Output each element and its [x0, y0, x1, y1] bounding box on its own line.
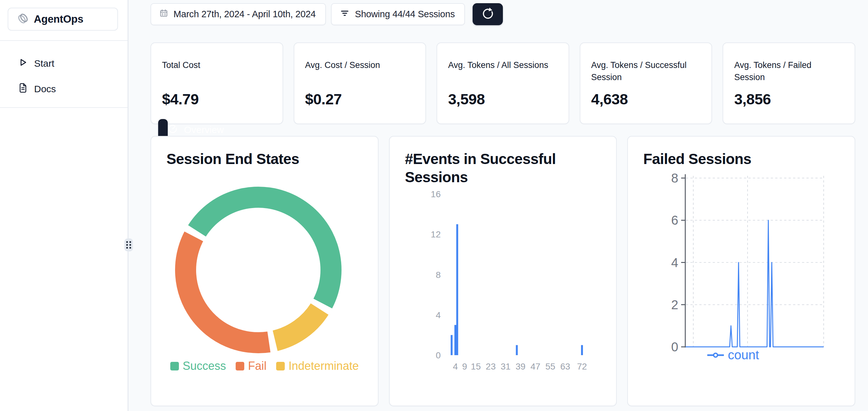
events-in-successful-sessions-card: #Events in Successful Sessions 048121649…: [389, 136, 617, 406]
sidebar-nav-top: Start Docs: [0, 41, 128, 96]
bar-xtick: 63: [560, 361, 570, 372]
stats-row: Total Cost $4.79 Avg. Cost / Session $0.…: [151, 42, 855, 124]
legend-item-indeterminate: Indeterminate: [276, 359, 359, 373]
app-title: AgentOps: [34, 13, 83, 25]
stat-label: Avg. Cost / Session: [305, 59, 408, 85]
stat-value: $0.27: [305, 90, 416, 108]
sidebar-divider: [0, 107, 128, 108]
legend-swatch: [170, 362, 179, 371]
stat-value: 4,638: [591, 90, 702, 108]
count-legend-label: count: [728, 348, 759, 362]
docs-icon: [18, 83, 28, 95]
sidebar-item-label: Start: [34, 58, 54, 69]
stat-card-avg-tokens-failed: Avg. Tokens / Failed Session 3,856: [722, 42, 855, 124]
refresh-icon: [481, 7, 495, 21]
bar-ytick: 8: [436, 270, 441, 280]
stat-value: 3,598: [448, 90, 559, 108]
line-ytick: 2: [671, 298, 678, 312]
legend-label: Fail: [248, 359, 267, 373]
session-filter-label: Showing 44/44 Sessions: [355, 9, 455, 20]
events-bar-chart: 0481216491523313947556372: [390, 137, 617, 406]
sidebar-item-start[interactable]: Start: [0, 56, 128, 71]
stat-card-avg-cost-session: Avg. Cost / Session $0.27: [294, 42, 426, 124]
legend-label: Success: [183, 359, 226, 373]
bar-xtick: 15: [471, 361, 480, 372]
gauge-icon: [168, 124, 178, 136]
bar-xtick: 39: [515, 361, 525, 372]
sidebar-item-label: Docs: [34, 84, 56, 94]
donut-slice-success: [188, 187, 342, 309]
calendar-icon: [159, 9, 168, 20]
play-icon: [18, 57, 28, 69]
sidebar-item-label: Overview: [184, 124, 224, 135]
legend-label: Indeterminate: [288, 359, 359, 373]
line-ytick: 0: [671, 340, 678, 354]
bar-xtick: 9: [462, 361, 467, 372]
date-range-picker[interactable]: March 27th, 2024 - April 10th, 2024: [151, 3, 326, 25]
bar: [455, 325, 456, 355]
stat-label: Avg. Tokens / Successful Session: [591, 59, 694, 85]
sidebar: AgentOps Start Docs: [0, 0, 128, 411]
bar-xtick: 4: [453, 361, 458, 372]
session-filter[interactable]: Showing 44/44 Sessions: [331, 3, 465, 25]
refresh-button[interactable]: [473, 3, 503, 25]
date-range-label: March 27th, 2024 - April 10th, 2024: [174, 9, 316, 20]
grip-dots-icon: [125, 241, 132, 249]
bar-xtick: 47: [530, 361, 540, 372]
stat-card-avg-tokens-successful: Avg. Tokens / Successful Session 4,638: [580, 42, 712, 124]
stat-value: 3,856: [734, 90, 845, 108]
line-ytick: 4: [671, 256, 678, 270]
bar: [516, 345, 518, 355]
legend-item-success: Success: [170, 359, 226, 373]
agentops-logo-icon: [17, 12, 29, 26]
stat-value: $4.79: [162, 90, 273, 108]
legend-swatch: [236, 362, 244, 371]
bar-xtick: 31: [501, 361, 510, 372]
stat-label: Avg. Tokens / Failed Session: [734, 59, 837, 85]
topbar: March 27th, 2024 - April 10th, 2024 Show…: [151, 3, 855, 25]
session-end-states-card: Session End States SuccessFailIndetermin…: [151, 136, 378, 406]
legend-swatch: [276, 362, 285, 371]
line-ytick: 6: [671, 213, 678, 227]
bar-xtick: 55: [545, 361, 555, 372]
line-ytick: 8: [671, 171, 678, 185]
bar: [451, 335, 453, 355]
count-legend: count: [685, 348, 781, 362]
donut-legend: SuccessFailIndeterminate: [151, 359, 378, 373]
bar-ytick: 16: [431, 189, 441, 199]
bar: [581, 345, 583, 355]
line-series-marker-icon: [707, 353, 724, 358]
logo-chip[interactable]: AgentOps: [8, 8, 118, 31]
stat-label: Total Cost: [162, 59, 265, 85]
bar-xtick: 23: [486, 361, 496, 372]
count-series-line: [686, 220, 824, 347]
bar-ytick: 12: [431, 229, 441, 239]
bar-xtick: 72: [577, 361, 587, 372]
bar-ytick: 4: [436, 310, 441, 320]
sidebar-resize-handle[interactable]: [124, 238, 133, 252]
stat-card-total-cost: Total Cost $4.79: [151, 42, 283, 124]
main-content: March 27th, 2024 - April 10th, 2024 Show…: [129, 0, 868, 406]
filter-icon: [340, 8, 349, 20]
donut-slice-fail: [175, 231, 271, 353]
stat-card-avg-tokens-all: Avg. Tokens / All Sessions 3,598: [437, 42, 569, 124]
stat-label: Avg. Tokens / All Sessions: [448, 59, 551, 85]
failed-sessions-card: Failed Sessions 02468 count: [627, 136, 855, 406]
legend-item-fail: Fail: [236, 359, 267, 373]
charts-row: Session End States SuccessFailIndetermin…: [151, 136, 855, 406]
bar-ytick: 0: [436, 350, 441, 360]
failed-sessions-line-chart: 02468: [628, 137, 855, 406]
donut-slice-indeterminate: [273, 303, 329, 351]
sidebar-item-docs[interactable]: Docs: [0, 82, 128, 96]
bar: [456, 224, 458, 355]
